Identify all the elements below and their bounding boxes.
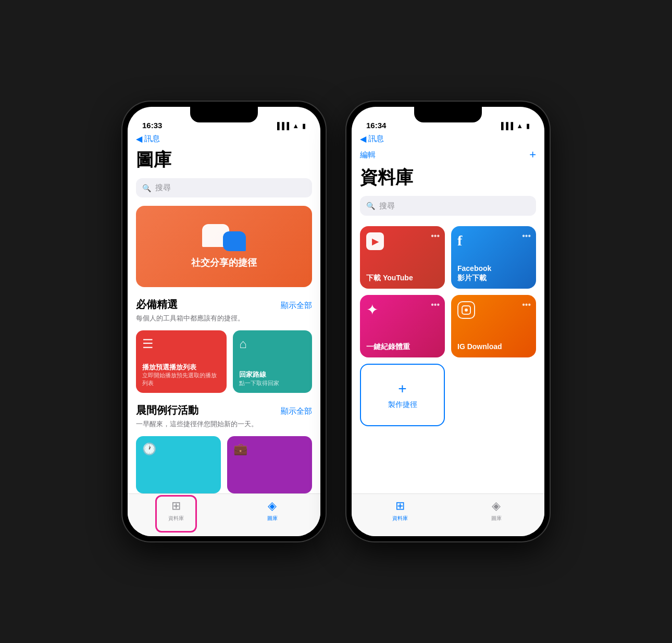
home-subtitle: 點一下取得回家 xyxy=(239,379,306,387)
briefcase-icon: 💼 xyxy=(233,442,306,456)
bubble-blue xyxy=(223,231,246,251)
edit-button[interactable]: 編輯 xyxy=(360,150,376,160)
add-shortcut-card[interactable]: + 製作捷徑 xyxy=(360,364,445,426)
playlist-icon: ☰ xyxy=(142,337,220,351)
library-tab-icon-right: ⊞ xyxy=(395,499,405,513)
section2-subtitle: 一早醒來，這些捷徑伴您開始新的一天。 xyxy=(136,419,312,429)
status-icons-right: ▐▐▐ ▲ ▮ xyxy=(499,122,530,130)
tab-library-left[interactable]: ⊞ 資料庫 xyxy=(128,499,224,522)
status-time-left: 16:33 xyxy=(142,121,162,130)
left-search-placeholder: 搜尋 xyxy=(155,183,171,193)
left-content: 圖庫 🔍 搜尋 社交分享的捷徑 必備精選 顯示全部 每個人的工具箱中都應該有的捷… xyxy=(128,146,320,493)
gallery-tab-icon-left: ◈ xyxy=(268,499,277,513)
youtube-card[interactable]: ••• ▶ 下載 YouTube xyxy=(360,226,445,289)
gallery-tab-label-left: 圖庫 xyxy=(267,515,278,522)
tab-gallery-left[interactable]: ◈ 圖庫 xyxy=(224,499,320,522)
signal-icon: ▐▐▐ xyxy=(275,122,289,130)
library-tab-label-right: 資料庫 xyxy=(392,515,408,522)
tab-gallery-right[interactable]: ◈ 圖庫 xyxy=(448,499,544,522)
morning-card-1[interactable]: 🕐 xyxy=(136,436,221,493)
back-chevron-right: ◀ xyxy=(360,134,366,144)
instagram-card[interactable]: ••• IG Download xyxy=(451,295,536,357)
home-icon: ⌂ xyxy=(239,337,306,351)
morning-card-2[interactable]: 💼 xyxy=(227,436,312,493)
back-nav-left[interactable]: ◀ 訊息 xyxy=(128,133,320,146)
library-grid: ••• ▶ 下載 YouTube ••• f Facebook影片下載 ••• … xyxy=(360,226,536,426)
right-page-title: 資料庫 xyxy=(360,166,536,190)
status-time-right: 16:34 xyxy=(366,121,386,130)
section1-cards: ☰ 播放預選播放列表 立即開始播放預先選取的播放列表 ⌂ 回家路線 點一下取得回… xyxy=(136,330,312,393)
left-screen: 16:33 ▐▐▐ ▲ ▮ ◀ 訊息 圖庫 🔍 搜尋 xyxy=(128,107,320,536)
tab-library-right[interactable]: ⊞ 資料庫 xyxy=(352,499,448,522)
library-tab-icon-left: ⊞ xyxy=(171,499,181,513)
instagram-more[interactable]: ••• xyxy=(522,300,531,310)
right-search-bar[interactable]: 🔍 搜尋 xyxy=(360,196,536,216)
clock-icon: 🕐 xyxy=(142,442,215,456)
right-phone: 16:34 ▐▐▐ ▲ ▮ ◀ 訊息 編輯 + 資料庫 🔍 搜尋 xyxy=(346,102,550,541)
home-title: 回家路線 xyxy=(239,370,306,379)
youtube-icon-bg: ▶ xyxy=(366,232,384,250)
right-top-nav: 編輯 + xyxy=(352,146,544,164)
instagram-title: IG Download xyxy=(457,342,530,351)
add-shortcut-plus-icon: + xyxy=(398,380,406,397)
back-label-left[interactable]: 訊息 xyxy=(144,134,160,144)
section1-link[interactable]: 顯示全部 xyxy=(281,301,312,311)
battery-icon-right: ▮ xyxy=(526,122,530,130)
back-nav-right[interactable]: ◀ 訊息 xyxy=(352,133,544,146)
right-screen: 16:34 ▐▐▐ ▲ ▮ ◀ 訊息 編輯 + 資料庫 🔍 搜尋 xyxy=(352,107,544,536)
left-page-title: 圖庫 xyxy=(136,148,312,172)
section2-title: 晨間例行活動 xyxy=(136,403,198,417)
fitness-title: 一鍵紀錄體重 xyxy=(366,342,439,351)
section2: 晨間例行活動 顯示全部 一早醒來，這些捷徑伴您開始新的一天。 🕐 💼 xyxy=(136,403,312,493)
battery-icon: ▮ xyxy=(302,122,306,130)
fitness-icon: ✦ xyxy=(366,301,439,318)
signal-icon-right: ▐▐▐ xyxy=(499,122,513,130)
gallery-tab-icon-right: ◈ xyxy=(492,499,501,513)
fitness-card[interactable]: ••• ✦ 一鍵紀錄體重 xyxy=(360,295,445,357)
section2-header: 晨間例行活動 顯示全部 xyxy=(136,403,312,417)
right-content: 資料庫 🔍 搜尋 ••• ▶ 下載 YouTube • xyxy=(352,164,544,493)
facebook-icon: f xyxy=(457,232,530,249)
right-search-placeholder: 搜尋 xyxy=(379,201,395,211)
home-card[interactable]: ⌂ 回家路線 點一下取得回家 xyxy=(233,330,312,393)
youtube-play-icon: ▶ xyxy=(372,237,378,246)
chat-icons xyxy=(202,224,246,251)
left-tab-bar: ⊞ 資料庫 ◈ 圖庫 xyxy=(128,493,320,536)
notch-right xyxy=(414,107,482,122)
wifi-icon: ▲ xyxy=(292,122,299,130)
instagram-icon-inner xyxy=(462,305,471,315)
left-phone: 16:33 ▐▐▐ ▲ ▮ ◀ 訊息 圖庫 🔍 搜尋 xyxy=(122,102,326,541)
hero-label: 社交分享的捷徑 xyxy=(191,256,257,269)
instagram-icon-border xyxy=(457,301,475,319)
youtube-title: 下載 YouTube xyxy=(366,273,439,282)
back-chevron-left: ◀ xyxy=(136,134,142,144)
status-icons-left: ▐▐▐ ▲ ▮ xyxy=(275,122,306,130)
playlist-subtitle: 立即開始播放預先選取的播放列表 xyxy=(142,372,220,387)
left-search-icon: 🔍 xyxy=(142,184,151,192)
instagram-icon-dot xyxy=(465,308,468,312)
facebook-more[interactable]: ••• xyxy=(522,231,531,241)
section1-title: 必備精選 xyxy=(136,298,178,312)
add-button[interactable]: + xyxy=(529,148,536,162)
fitness-more[interactable]: ••• xyxy=(431,300,440,310)
back-label-right[interactable]: 訊息 xyxy=(368,134,384,144)
add-shortcut-label: 製作捷徑 xyxy=(388,400,417,410)
facebook-title: Facebook影片下載 xyxy=(457,264,530,282)
facebook-card[interactable]: ••• f Facebook影片下載 xyxy=(451,226,536,289)
morning-cards: 🕐 💼 xyxy=(136,436,312,493)
playlist-title: 播放預選播放列表 xyxy=(142,363,220,372)
gallery-tab-label-right: 圖庫 xyxy=(491,515,502,522)
left-search-bar[interactable]: 🔍 搜尋 xyxy=(136,178,312,197)
playlist-card[interactable]: ☰ 播放預選播放列表 立即開始播放預先選取的播放列表 xyxy=(136,330,227,393)
youtube-more[interactable]: ••• xyxy=(431,231,440,241)
section1-subtitle: 每個人的工具箱中都應該有的捷徑。 xyxy=(136,314,312,323)
notch-left xyxy=(190,107,258,122)
wifi-icon-right: ▲ xyxy=(516,122,523,130)
library-tab-label-left: 資料庫 xyxy=(168,515,184,522)
right-search-icon: 🔍 xyxy=(366,202,375,210)
section1-header: 必備精選 顯示全部 xyxy=(136,298,312,312)
right-tab-bar: ⊞ 資料庫 ◈ 圖庫 xyxy=(352,493,544,536)
section2-link[interactable]: 顯示全部 xyxy=(281,406,312,416)
hero-card[interactable]: 社交分享的捷徑 xyxy=(136,206,312,287)
